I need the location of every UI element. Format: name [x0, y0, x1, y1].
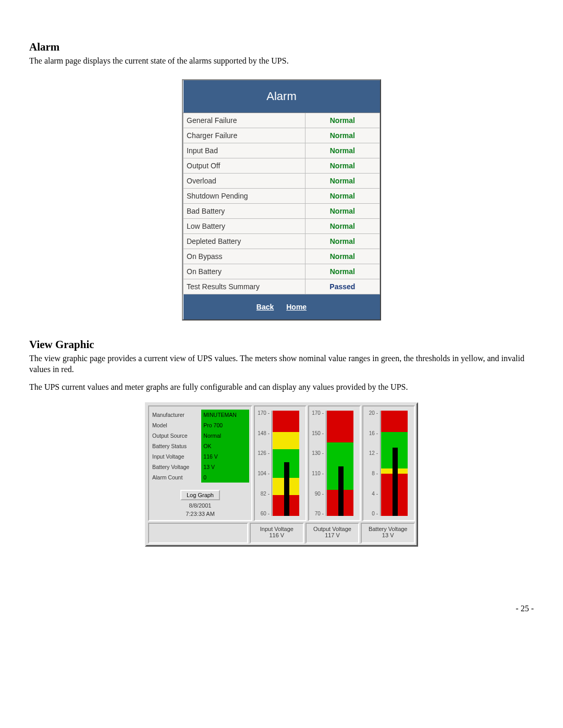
alarm-label: Low Battery [183, 218, 305, 233]
meter-indicator [338, 466, 344, 516]
axis-tick: 16 - [369, 430, 378, 436]
meter-reading: 117 V [307, 532, 359, 538]
info-value: OK [201, 441, 249, 451]
meter-label: Input Voltage116 V [250, 523, 304, 544]
info-table: ManufacturerMINUTEMANModelPro 700Output … [151, 410, 249, 483]
alarm-status: Normal [305, 203, 380, 218]
info-value: 13 V [201, 462, 249, 472]
alarm-label: Overload [183, 173, 305, 188]
axis-tick: 150 - [312, 430, 324, 436]
axis-tick: 60 - [261, 511, 270, 516]
axis-tick: 0 - [372, 511, 378, 516]
alarm-label: Depleted Battery [183, 233, 305, 249]
view-graphic-desc-1: The view graphic page provides a current… [29, 353, 534, 375]
axis-tick: 148 - [258, 430, 270, 436]
alarm-row: On BatteryNormal [183, 264, 380, 279]
view-graphic-desc-2: The UPS current values and meter graphs … [29, 382, 534, 393]
alarm-status: Normal [305, 113, 380, 128]
alarm-table: Alarm General FailureNormalCharger Failu… [183, 80, 380, 319]
alarm-row: Low BatteryNormal [183, 218, 380, 233]
graphic-time: 7:23:33 AM [151, 511, 249, 517]
axis-tick: 130 - [312, 450, 324, 456]
meter-reading: 13 V [362, 532, 414, 538]
alarm-description: The alarm page displays the current stat… [29, 56, 534, 67]
alarm-row: Test Results SummaryPassed [183, 279, 380, 294]
info-label: Alarm Count [151, 472, 201, 483]
alarm-label: Shutdown Pending [183, 188, 305, 203]
graphic-panel: ManufacturerMINUTEMANModelPro 700Output … [145, 402, 418, 547]
axis-tick: 8 - [372, 471, 378, 476]
alarm-row: On BypassNormal [183, 249, 380, 264]
meter-axis: 170 -148 -126 -104 -82 -60 - [256, 409, 272, 518]
alarm-status: Normal [305, 143, 380, 158]
alarm-status: Normal [305, 218, 380, 233]
axis-tick: 82 - [261, 491, 270, 497]
info-label: Input Voltage [151, 451, 201, 462]
alarm-label: Test Results Summary [183, 279, 305, 294]
label-spacer [148, 523, 248, 544]
axis-tick: 20 - [369, 410, 378, 416]
info-label: Output Source [151, 430, 201, 441]
alarm-status: Normal [305, 188, 380, 203]
alarm-table-title: Alarm [183, 80, 380, 113]
meter-indicator [284, 462, 289, 516]
alarm-label: On Battery [183, 264, 305, 279]
alarm-status: Normal [305, 128, 380, 143]
alarm-status: Normal [305, 249, 380, 264]
alarm-row: General FailureNormal [183, 113, 380, 128]
axis-tick: 110 - [312, 471, 324, 476]
axis-tick: 170 - [312, 410, 324, 416]
alarm-label: Input Bad [183, 143, 305, 158]
axis-tick: 90 - [315, 491, 324, 497]
alarm-label: On Bypass [183, 249, 305, 264]
info-value: Normal [201, 430, 249, 441]
meter-title: Input Voltage [251, 526, 303, 532]
info-value: 116 V [201, 451, 249, 462]
alarm-row: OverloadNormal [183, 173, 380, 188]
view-graphic-heading: View Graphic [29, 338, 534, 351]
info-value: 0 [201, 472, 249, 483]
meter-bar [326, 411, 356, 516]
log-graph-button[interactable]: Log Graph [180, 490, 220, 500]
meters-row: 170 -148 -126 -104 -82 -60 -170 -150 -13… [254, 404, 417, 523]
meter-title: Output Voltage [307, 526, 359, 532]
meter-reading: 116 V [251, 532, 303, 538]
info-label: Battery Status [151, 441, 201, 451]
info-value: MINUTEMAN [201, 410, 249, 420]
axis-tick: 170 - [258, 410, 270, 416]
alarm-label: General Failure [183, 113, 305, 128]
meter-label: Battery Voltage13 V [361, 523, 415, 544]
back-link[interactable]: Back [256, 303, 274, 311]
alarm-label: Bad Battery [183, 203, 305, 218]
meter-indicator [393, 448, 398, 516]
meter-axis: 170 -150 -130 -110 -90 -70 - [310, 409, 326, 518]
alarm-row: Output OffNormal [183, 158, 380, 173]
alarm-row: Depleted BatteryNormal [183, 233, 380, 249]
home-link[interactable]: Home [286, 303, 307, 311]
axis-tick: 12 - [369, 450, 378, 456]
meter-zone-red [381, 411, 408, 431]
alarm-status: Passed [305, 279, 380, 294]
alarm-status: Normal [305, 264, 380, 279]
alarm-row: Charger FailureNormal [183, 128, 380, 143]
meter-zone-red [327, 411, 353, 442]
meter-zone-yellow [273, 432, 299, 449]
meter-title: Battery Voltage [362, 526, 414, 532]
alarm-heading: Alarm [29, 41, 534, 54]
info-label: Model [151, 420, 201, 430]
meter-zone-red [273, 411, 299, 431]
alarm-status: Normal [305, 233, 380, 249]
axis-tick: 126 - [258, 450, 270, 456]
axis-tick: 70 - [315, 511, 324, 516]
meters-labels-row: Input Voltage116 VOutput Voltage117 VBat… [146, 523, 417, 545]
meter-bar [272, 411, 301, 516]
info-label: Battery Voltage [151, 462, 201, 472]
axis-tick: 4 - [372, 491, 378, 497]
meter-label: Output Voltage117 V [305, 523, 360, 544]
info-value: Pro 700 [201, 420, 249, 430]
page-number: - 25 - [29, 604, 534, 613]
alarm-panel: Alarm General FailureNormalCharger Failu… [182, 79, 381, 320]
alarm-row: Shutdown PendingNormal [183, 188, 380, 203]
alarm-row: Bad BatteryNormal [183, 203, 380, 218]
meter-bar [380, 411, 410, 516]
